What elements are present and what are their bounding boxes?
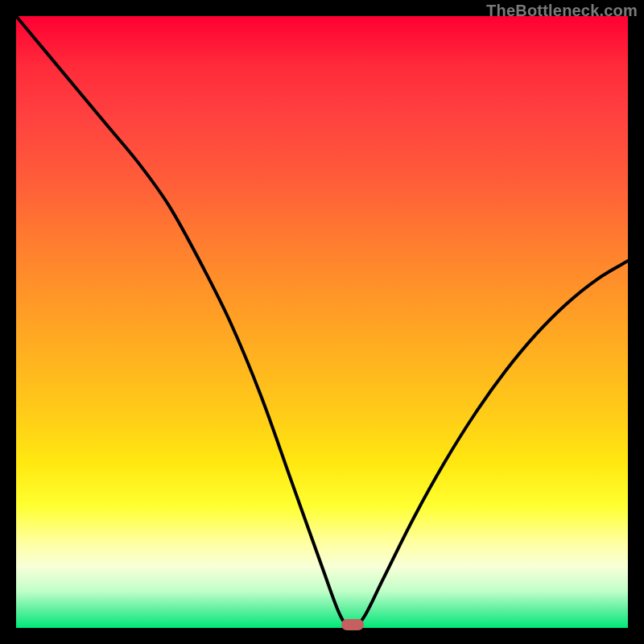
bottleneck-curve (16, 16, 628, 628)
plot-area (16, 16, 628, 628)
minimum-marker (341, 619, 364, 630)
chart-frame: TheBottleneck.com (0, 0, 644, 644)
watermark-text: TheBottleneck.com (486, 2, 638, 20)
